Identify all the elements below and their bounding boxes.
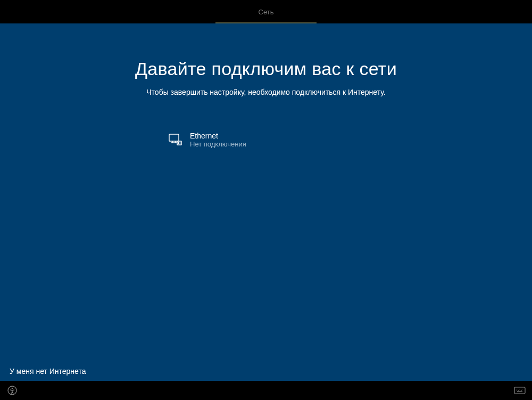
- svg-rect-0: [169, 134, 179, 141]
- svg-point-8: [12, 388, 13, 389]
- page-heading: Давайте подключим вас к сети: [135, 59, 397, 79]
- network-status: Нет подключения: [190, 140, 246, 148]
- svg-rect-4: [177, 141, 181, 145]
- keyboard-icon[interactable]: [514, 385, 526, 396]
- page-subtitle: Чтобы завершить настройку, необходимо по…: [146, 88, 385, 96]
- network-list: Ethernet Нет подключения: [168, 129, 364, 150]
- network-info: Ethernet Нет подключения: [190, 132, 246, 148]
- footer-left: [6, 385, 18, 396]
- titlebar-label: Сеть: [259, 8, 274, 16]
- skip-internet-link[interactable]: У меня нет Интернета: [10, 367, 86, 375]
- footer-right: [514, 385, 526, 396]
- accessibility-icon[interactable]: [6, 385, 18, 396]
- network-item-ethernet[interactable]: Ethernet Нет подключения: [168, 129, 364, 150]
- footer-bar: [0, 381, 532, 400]
- content-area: Давайте подключим вас к сети Чтобы завер…: [0, 23, 532, 381]
- ethernet-icon: [168, 133, 182, 148]
- titlebar: Сеть: [0, 0, 532, 23]
- network-name: Ethernet: [190, 132, 246, 140]
